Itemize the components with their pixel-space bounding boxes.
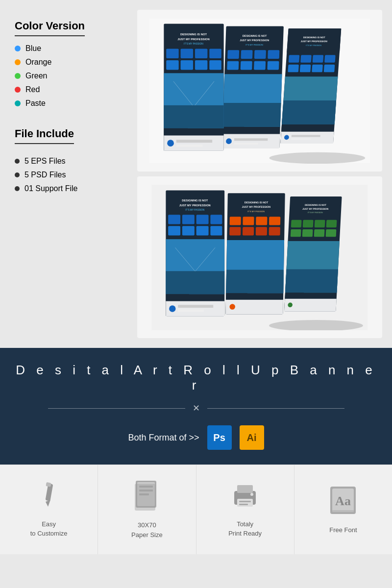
- print-ready-label: TotalyPrint Ready: [228, 519, 262, 539]
- svg-rect-40: [234, 143, 258, 145]
- blue-dot: [15, 46, 21, 51]
- svg-rect-46: [181, 49, 193, 58]
- mockup-multicolor: DESIGNING IS NOT JUST MY PROFESSION IT'S…: [137, 176, 382, 338]
- right-panel: DESIGNING IS NOT JUST MY PROFESSION IT'S…: [137, 10, 382, 338]
- color-label-green: Green: [25, 72, 47, 80]
- ai-badge: Ai: [240, 425, 264, 450]
- svg-rect-69: [303, 220, 314, 227]
- svg-rect-9: [313, 55, 324, 63]
- list-item: 5 PSD Files: [15, 171, 122, 179]
- file-label-support: 01 Support File: [24, 184, 78, 193]
- svg-rect-39: [234, 138, 268, 141]
- svg-rect-90: [243, 227, 254, 235]
- svg-text:IT'S MY PASSION: IT'S MY PASSION: [185, 208, 205, 211]
- color-label-orange: Orange: [25, 58, 51, 67]
- svg-rect-10: [324, 55, 336, 63]
- dark-section: D e s i t a l A r t R o l l U p B a n n …: [0, 348, 392, 465]
- svg-rect-54: [164, 105, 223, 128]
- paste-dot: [15, 100, 21, 106]
- svg-rect-13: [312, 64, 323, 72]
- svg-rect-130: [237, 499, 253, 507]
- list-item: Orange: [15, 58, 122, 67]
- svg-rect-103: [182, 215, 195, 224]
- svg-rect-117: [178, 305, 213, 308]
- easy-customize-label: Easyto Customize: [30, 519, 68, 539]
- svg-rect-14: [324, 64, 335, 72]
- print-label-text: TotalyPrint Ready: [228, 520, 262, 538]
- svg-text:JUST MY PROFESSION: JUST MY PROFESSION: [242, 205, 270, 208]
- list-item: 01 Support File: [15, 184, 122, 193]
- color-version-block: Color Version Blue Orange Green Red: [15, 20, 122, 108]
- svg-rect-94: [226, 270, 284, 293]
- svg-rect-127: [135, 484, 155, 511]
- bullet-dot: [15, 186, 20, 191]
- top-section: Color Version Blue Orange Green Red: [0, 0, 392, 348]
- svg-rect-92: [269, 227, 280, 235]
- svg-rect-71: [326, 220, 337, 227]
- svg-rect-74: [314, 229, 325, 237]
- ps-badge: Ps: [207, 425, 232, 450]
- file-include-title: File Include: [15, 127, 74, 144]
- svg-rect-49: [166, 60, 178, 70]
- green-dot: [15, 73, 21, 79]
- svg-rect-50: [181, 60, 193, 70]
- svg-rect-72: [291, 229, 301, 237]
- svg-rect-91: [256, 227, 267, 235]
- list-item: Paste: [15, 99, 122, 108]
- svg-rect-132: [239, 504, 248, 505]
- svg-rect-107: [182, 226, 195, 235]
- color-label-paste: Paste: [25, 99, 46, 108]
- printer-icon: [230, 481, 260, 513]
- svg-rect-33: [267, 61, 279, 70]
- svg-point-1: [270, 152, 366, 163]
- svg-rect-85: [230, 217, 241, 225]
- features-section: Easyto Customize 30X70Paper Size: [0, 465, 392, 554]
- svg-rect-48: [209, 49, 221, 58]
- svg-text:IT'S MY PASSION: IT'S MY PASSION: [308, 212, 323, 214]
- file-label-psd: 5 PSD Files: [24, 171, 66, 179]
- svg-rect-8: [300, 55, 312, 63]
- svg-point-133: [250, 493, 253, 496]
- svg-rect-102: [168, 215, 180, 224]
- pencil-icon: [37, 481, 61, 513]
- svg-rect-89: [229, 227, 241, 235]
- svg-rect-21: [291, 138, 310, 140]
- svg-marker-120: [46, 500, 50, 507]
- svg-text:DESIGNING IS NOT: DESIGNING IS NOT: [243, 34, 267, 37]
- svg-rect-109: [210, 226, 222, 235]
- svg-text:IT'S MY PASSION: IT'S MY PASSION: [247, 210, 265, 212]
- color-label-red: Red: [25, 85, 40, 94]
- svg-rect-16: [282, 100, 336, 124]
- red-dot: [15, 87, 21, 93]
- svg-rect-137: [332, 510, 354, 512]
- svg-text:JUST MY PROFESSION: JUST MY PROFESSION: [240, 38, 269, 41]
- svg-rect-27: [241, 50, 252, 59]
- easy-label-text: Easyto Customize: [30, 520, 68, 538]
- svg-text:JUST MY PROFESSION: JUST MY PROFESSION: [179, 204, 211, 207]
- svg-rect-106: [168, 226, 180, 235]
- file-include-section: File Include 5 EPS Files 5 PSD Files 01 …: [15, 127, 122, 193]
- font-icon: Aa: [328, 485, 358, 518]
- svg-rect-77: [285, 269, 338, 293]
- svg-rect-87: [256, 217, 267, 225]
- list-item: 5 EPS Files: [15, 157, 122, 166]
- svg-rect-121: [46, 482, 51, 487]
- svg-text:JUST MY PROFESSION: JUST MY PROFESSION: [302, 207, 329, 210]
- svg-rect-86: [243, 217, 254, 225]
- svg-rect-108: [196, 226, 209, 235]
- svg-rect-105: [210, 215, 222, 224]
- feature-easy-customize: Easyto Customize: [0, 465, 98, 554]
- svg-text:DESIGNING IS NOT: DESIGNING IS NOT: [245, 201, 269, 204]
- format-label: Both Format of >>: [128, 433, 199, 443]
- paper-label-text: 30X70Paper Size: [131, 521, 163, 539]
- svg-text:JUST MY PROFESSION: JUST MY PROFESSION: [177, 37, 209, 40]
- svg-rect-31: [241, 61, 252, 70]
- divider-line-left: [48, 408, 185, 409]
- svg-rect-30: [227, 61, 239, 70]
- x-symbol: ✕: [193, 403, 200, 414]
- svg-rect-12: [300, 64, 311, 72]
- svg-text:DESIGNING IS NOT: DESIGNING IS NOT: [182, 199, 208, 202]
- svg-text:JUST MY PROFESSION: JUST MY PROFESSION: [300, 40, 327, 42]
- bullet-dot: [15, 172, 20, 177]
- color-label-blue: Blue: [25, 44, 41, 53]
